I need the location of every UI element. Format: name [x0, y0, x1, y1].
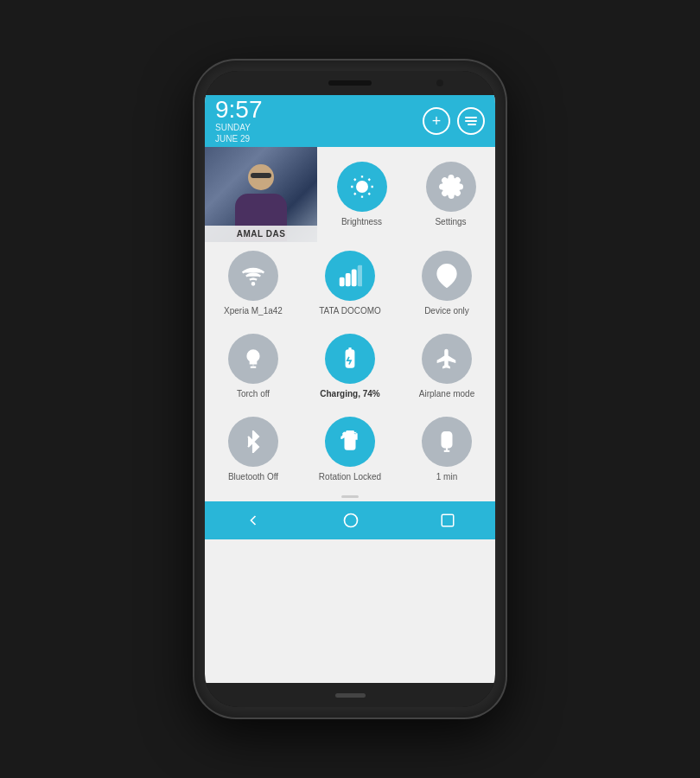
timer-cell[interactable]: 1 min: [398, 408, 495, 491]
menu-line-1: [465, 117, 477, 118]
svg-rect-12: [346, 274, 350, 286]
svg-point-0: [357, 182, 367, 192]
timer-label: 1 min: [436, 472, 457, 482]
battery-icon-circle: [325, 334, 375, 384]
back-button[interactable]: [245, 512, 262, 529]
menu-line-2: [465, 120, 477, 122]
battery-label: Charging, 74%: [320, 389, 379, 399]
bluetooth-cell[interactable]: Bluetooth Off: [205, 408, 302, 491]
location-icon: [435, 264, 459, 288]
grid-row-4: Bluetooth Off Rotation Locked: [205, 408, 495, 491]
date-display: SUNDAY JUNE 29: [215, 122, 263, 144]
signal-icon: [338, 264, 362, 288]
svg-line-4: [368, 193, 370, 194]
wifi-icon: [241, 264, 265, 288]
home-indicator: [335, 693, 366, 698]
wifi-cell[interactable]: Xperia M_1a42: [205, 242, 302, 325]
brightness-icon-circle: [337, 162, 387, 212]
gear-icon: [439, 175, 463, 199]
svg-point-10: [252, 283, 254, 284]
airplane-icon-circle: [422, 334, 472, 384]
phone-screen: 9:57 SUNDAY JUNE 29 +: [205, 71, 495, 707]
airplane-icon: [436, 348, 458, 370]
person-head: [248, 164, 274, 190]
menu-button[interactable]: [457, 107, 485, 135]
scroll-dot-indicator: [341, 495, 359, 498]
camera-dot: [436, 80, 443, 86]
timer-icon: [436, 430, 458, 453]
torch-cell[interactable]: Torch off: [205, 325, 302, 408]
brightness-cell[interactable]: Brightness: [317, 147, 406, 242]
torch-label: Torch off: [237, 389, 270, 399]
airplane-cell[interactable]: Airplane mode: [398, 325, 495, 408]
home-icon: [342, 512, 360, 529]
rotation-cell[interactable]: Rotation Locked: [302, 408, 398, 491]
svg-line-3: [353, 179, 355, 181]
signal-cell[interactable]: TATA DOCOMO: [302, 242, 398, 325]
wifi-icon-circle: [228, 251, 278, 301]
menu-line-3: [468, 124, 476, 125]
sun-icon: [350, 175, 374, 199]
grid-row-2: Xperia M_1a42 TATA DOCOMO: [205, 242, 495, 325]
add-button[interactable]: +: [423, 107, 450, 135]
recent-button[interactable]: [440, 513, 455, 528]
timer-icon-circle: [422, 417, 472, 467]
top-content-row: AMAL DAS: [205, 147, 495, 242]
nav-bar: [205, 501, 495, 539]
svg-rect-13: [352, 270, 356, 286]
speaker: [328, 80, 372, 86]
settings-cell[interactable]: Settings: [406, 147, 495, 242]
home-button[interactable]: [342, 512, 360, 529]
torch-icon-circle: [228, 334, 278, 384]
phone-frame: 9:57 SUNDAY JUNE 29 +: [194, 61, 506, 717]
recent-icon: [440, 513, 455, 528]
scroll-indicator: [205, 491, 495, 501]
bluetooth-icon-circle: [228, 417, 278, 467]
svg-line-8: [368, 179, 370, 181]
settings-icon-circle: [426, 162, 476, 212]
top-hardware: [205, 71, 495, 95]
top-grid-row: Brightness Settings: [317, 147, 495, 242]
rotate-icon: [339, 430, 361, 453]
svg-rect-11: [340, 277, 344, 285]
person-glasses: [251, 173, 271, 178]
brightness-label: Brightness: [341, 217, 382, 227]
profile-name-box: AMAL DAS: [205, 226, 317, 242]
signal-icon-circle: [325, 251, 375, 301]
wifi-label: Xperia M_1a42: [224, 306, 283, 316]
bottom-hardware: [205, 683, 495, 707]
back-icon: [245, 512, 262, 529]
screen: 9:57 SUNDAY JUNE 29 +: [205, 95, 495, 683]
svg-rect-14: [358, 265, 362, 285]
location-cell[interactable]: Device only: [398, 242, 495, 325]
svg-rect-27: [442, 514, 454, 526]
signal-label: TATA DOCOMO: [319, 306, 381, 316]
bluetooth-label: Bluetooth Off: [228, 472, 278, 482]
bulb-icon: [242, 348, 264, 370]
svg-point-26: [344, 514, 357, 527]
settings-label: Settings: [435, 217, 466, 227]
rotation-label: Rotation Locked: [319, 472, 381, 482]
time-block: 9:57 SUNDAY JUNE 29: [215, 98, 263, 144]
battery-cell[interactable]: Charging, 74%: [302, 325, 398, 408]
status-icons: +: [423, 107, 485, 135]
time-display: 9:57: [215, 98, 263, 122]
svg-line-7: [353, 193, 355, 194]
profile-photo: AMAL DAS: [205, 147, 317, 242]
svg-point-15: [444, 271, 450, 277]
airplane-label: Airplane mode: [419, 389, 474, 399]
profile-name: AMAL DAS: [210, 229, 312, 239]
grid-row-3: Torch off Charging, 74%: [205, 325, 495, 408]
location-label: Device only: [424, 306, 469, 316]
bluetooth-icon: [242, 430, 264, 453]
status-bar: 9:57 SUNDAY JUNE 29 +: [205, 95, 495, 147]
location-icon-circle: [422, 251, 472, 301]
rotation-icon-circle: [325, 417, 375, 467]
battery-icon: [339, 348, 361, 370]
